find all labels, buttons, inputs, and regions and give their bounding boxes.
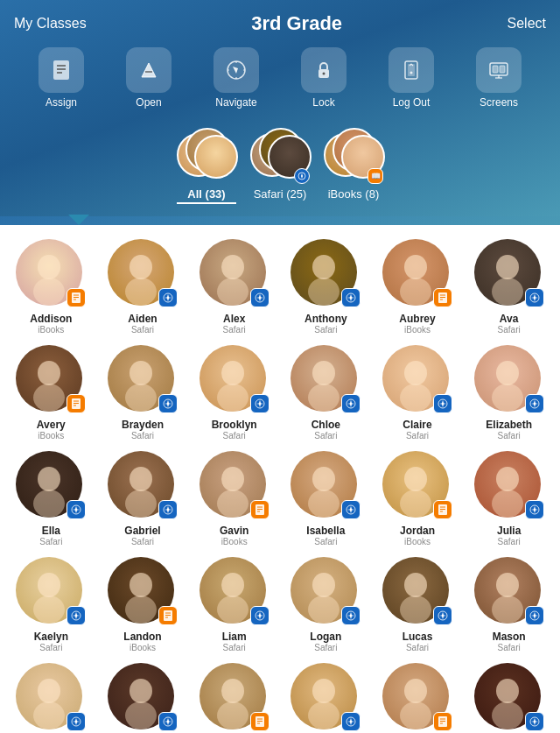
- student-avatar-wrap: [290, 345, 360, 415]
- navigate-icon: [214, 47, 259, 93]
- student-avatar-wrap: [382, 557, 452, 627]
- student-item[interactable]: Riley iBooks: [374, 663, 462, 733]
- student-item[interactable]: Claire Safari: [374, 345, 462, 441]
- student-app-label: Safari: [131, 537, 154, 546]
- student-app-badge: [525, 712, 544, 731]
- select-button[interactable]: Select: [508, 16, 546, 32]
- svg-point-90: [308, 490, 340, 518]
- student-app-label: Safari: [406, 431, 429, 441]
- student-name: Gavin: [220, 525, 248, 537]
- student-name: Aubrey: [399, 313, 435, 325]
- student-avatar-wrap: [200, 557, 270, 627]
- student-item[interactable]: Savannah Safari: [465, 663, 553, 733]
- student-app-badge: [66, 712, 86, 731]
- student-item[interactable]: Mason Safari: [465, 557, 553, 652]
- toolbar-lock[interactable]: Lock: [298, 47, 350, 109]
- student-item[interactable]: Avery iBooks: [7, 345, 95, 441]
- student-item[interactable]: Jordan iBooks: [374, 451, 462, 546]
- svg-point-89: [312, 467, 335, 491]
- student-name: Claire: [402, 419, 431, 431]
- student-item[interactable]: Owen Safari: [282, 663, 370, 733]
- student-item[interactable]: Ava Safari: [465, 239, 553, 335]
- svg-point-131: [38, 679, 60, 703]
- student-avatar-wrap: [474, 345, 544, 415]
- filter-tabs: All (33) Safari (25): [0, 117, 560, 216]
- svg-point-124: [400, 596, 431, 624]
- svg-point-55: [125, 384, 157, 412]
- student-item[interactable]: Landon iBooks: [99, 557, 187, 652]
- student-app-badge: [250, 606, 270, 625]
- student-avatar-wrap: [200, 239, 270, 309]
- svg-point-58: [221, 361, 244, 385]
- student-item[interactable]: Noah iBooks: [190, 663, 278, 733]
- student-app-badge: [158, 712, 178, 731]
- student-avatar-wrap: [108, 239, 178, 309]
- student-item[interactable]: Liam Safari: [190, 557, 278, 652]
- student-item[interactable]: Isabella Safari: [282, 451, 370, 546]
- student-app-label: Safari: [498, 431, 521, 441]
- student-item[interactable]: Natalie Safari: [99, 663, 187, 733]
- student-item[interactable]: Gavin iBooks: [190, 451, 278, 546]
- filter-safari[interactable]: Safari (25): [250, 124, 310, 204]
- svg-rect-11: [493, 66, 498, 73]
- toolbar-navigate[interactable]: Navigate: [210, 47, 262, 109]
- student-item[interactable]: Aiden Safari: [99, 239, 187, 335]
- student-avatar-wrap: [290, 451, 360, 521]
- svg-point-136: [125, 701, 157, 729]
- student-item[interactable]: Chloe Safari: [282, 345, 370, 441]
- toolbar-screens[interactable]: Screens: [472, 47, 525, 109]
- toolbar: Assign Open: [0, 42, 560, 117]
- student-app-label: Safari: [314, 537, 337, 546]
- student-item[interactable]: Gabriel Safari: [99, 451, 187, 546]
- student-item[interactable]: Brooklyn Safari: [190, 345, 278, 441]
- svg-point-47: [38, 361, 60, 385]
- svg-point-63: [308, 384, 340, 412]
- student-avatar-wrap: [200, 663, 270, 733]
- toolbar-logout[interactable]: Log Out: [385, 47, 438, 109]
- svg-point-119: [312, 573, 335, 597]
- svg-point-127: [496, 573, 519, 597]
- student-name: Logan: [310, 631, 341, 643]
- navigate-label: Navigate: [215, 96, 256, 109]
- student-item[interactable]: Ella Safari: [7, 451, 95, 546]
- svg-point-83: [217, 490, 248, 518]
- student-item[interactable]: Addison iBooks: [7, 239, 95, 335]
- student-item[interactable]: Lucas Safari: [374, 557, 462, 652]
- svg-rect-0: [53, 60, 69, 80]
- filter-ibooks[interactable]: 📖 iBooks (8): [324, 124, 383, 204]
- my-classes-button[interactable]: My Classes: [14, 16, 87, 32]
- toolbar-open[interactable]: Open: [122, 47, 175, 109]
- student-item[interactable]: Julia Safari: [465, 451, 553, 546]
- svg-point-140: [217, 701, 248, 729]
- student-name: Addison: [30, 313, 72, 325]
- student-item[interactable]: Logan Safari: [282, 557, 370, 652]
- app-container: My Classes 3rd Grade Select Assign: [0, 0, 560, 733]
- toolbar-assign[interactable]: Assign: [35, 47, 88, 109]
- student-app-badge: [250, 712, 270, 731]
- filter-all[interactable]: All (33): [177, 124, 236, 204]
- screens-label: Screens: [480, 96, 518, 109]
- student-app-label: Safari: [498, 643, 521, 652]
- page-title: 3rd Grade: [251, 12, 342, 35]
- student-avatar-wrap: [382, 451, 452, 521]
- lock-icon: [301, 47, 346, 93]
- svg-point-82: [221, 467, 244, 491]
- svg-point-17: [38, 255, 60, 279]
- student-item[interactable]: Anthony Safari: [282, 239, 370, 335]
- svg-point-116: [217, 596, 248, 624]
- student-item[interactable]: Kaelyn Safari: [7, 557, 95, 652]
- student-app-label: Safari: [314, 431, 337, 441]
- student-avatar-wrap: [108, 663, 178, 733]
- svg-point-115: [221, 573, 244, 597]
- student-item[interactable]: Elizabeth Safari: [465, 345, 553, 441]
- student-app-label: iBooks: [221, 537, 248, 546]
- student-avatar-wrap: [382, 239, 452, 309]
- svg-point-33: [308, 278, 340, 306]
- svg-point-24: [130, 255, 152, 279]
- student-item[interactable]: Aubrey iBooks: [374, 239, 462, 335]
- student-item[interactable]: Mia Safari: [7, 663, 95, 733]
- student-item[interactable]: Brayden Safari: [99, 345, 187, 441]
- filter-all-label: All (33): [187, 187, 225, 201]
- student-item[interactable]: Alex Safari: [190, 239, 278, 335]
- lock-label: Lock: [312, 96, 334, 109]
